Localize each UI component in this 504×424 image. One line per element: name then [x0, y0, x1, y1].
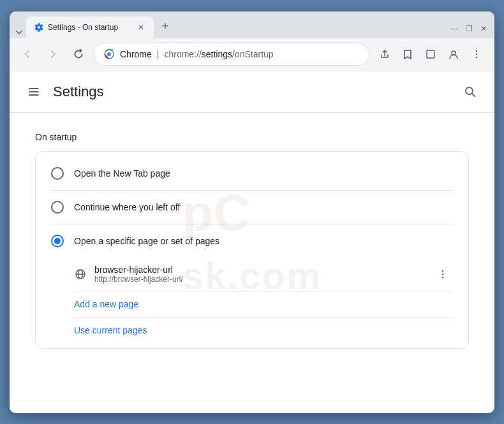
- options-card: Open the New Tab page Continue where you…: [35, 151, 469, 349]
- radio-specific-page[interactable]: [51, 235, 64, 247]
- toolbar: Chrome | chrome://settings/onStartup: [10, 38, 494, 71]
- radio-continue[interactable]: [51, 201, 64, 214]
- tab-close-button[interactable]: ✕: [136, 22, 146, 33]
- option-continue[interactable]: Continue where you left off: [36, 191, 468, 224]
- svg-point-3: [452, 51, 456, 55]
- profile-button[interactable]: [443, 44, 464, 64]
- new-tab-button[interactable]: +: [156, 18, 174, 36]
- svg-point-10: [442, 270, 444, 272]
- svg-point-4: [476, 50, 477, 52]
- svg-point-6: [476, 57, 477, 58]
- tab-title: Settings - On startup: [48, 23, 132, 32]
- share-button[interactable]: [374, 44, 395, 64]
- extensions-button[interactable]: [420, 44, 441, 64]
- browser-window: Settings - On startup ✕ + — ❐ ✕: [10, 11, 494, 413]
- url-display: chrome://settings/onStartup: [164, 48, 273, 60]
- settings-tab-icon: [34, 22, 44, 33]
- radio-new-tab[interactable]: [51, 167, 64, 180]
- svg-rect-2: [427, 50, 434, 58]
- toolbar-actions: [374, 44, 487, 64]
- back-button[interactable]: [17, 44, 38, 64]
- section-title: On startup: [35, 132, 469, 142]
- use-current-pages-button[interactable]: Use current pages: [36, 318, 468, 343]
- maximize-button[interactable]: ❐: [466, 24, 473, 33]
- sidebar-toggle-button[interactable]: [22, 80, 45, 103]
- settings-header: Settings: [10, 71, 494, 113]
- refresh-button[interactable]: [68, 44, 89, 64]
- svg-point-12: [442, 276, 444, 278]
- settings-body: On startup Open the New Tab page Continu…: [10, 113, 494, 368]
- url-separator: |: [157, 49, 159, 59]
- chrome-icon: [103, 48, 115, 60]
- svg-point-7: [466, 87, 473, 94]
- chevron-down-icon[interactable]: [15, 27, 24, 38]
- option-specific-page-label: Open a specific page or set of pages: [74, 236, 219, 246]
- search-settings-button[interactable]: [459, 80, 482, 103]
- minimize-button[interactable]: —: [450, 24, 458, 33]
- forward-button[interactable]: [43, 44, 63, 64]
- address-bar[interactable]: Chrome | chrome://settings/onStartup: [94, 43, 369, 66]
- title-bar: Settings - On startup ✕ + — ❐ ✕: [10, 11, 494, 38]
- globe-icon: [74, 268, 87, 281]
- active-tab[interactable]: Settings - On startup ✕: [26, 17, 154, 38]
- page-wrapper: pCsk.com Settings On st: [10, 71, 494, 413]
- url-item-url: http://browser-hijacker-url/: [94, 275, 425, 284]
- url-item-info: browser-hijacker-url http://browser-hija…: [94, 265, 425, 284]
- url-item-more-button[interactable]: [433, 264, 453, 284]
- radio-inner-dot: [54, 238, 61, 244]
- menu-button[interactable]: [466, 44, 487, 64]
- svg-point-5: [476, 54, 477, 55]
- close-button[interactable]: ✕: [480, 24, 487, 33]
- page-content: Settings On startup Open the New T: [10, 71, 494, 413]
- svg-point-11: [442, 273, 444, 275]
- chrome-label: Chrome: [120, 49, 152, 59]
- svg-point-1: [107, 52, 111, 56]
- bookmark-button[interactable]: [397, 44, 418, 64]
- url-item-row: browser-hijacker-url http://browser-hija…: [36, 258, 468, 291]
- add-new-page-button[interactable]: Add a new page: [36, 291, 468, 317]
- page-title: Settings: [53, 84, 459, 100]
- option-new-tab[interactable]: Open the New Tab page: [36, 157, 468, 190]
- url-item-name: browser-hijacker-url: [94, 265, 425, 275]
- option-continue-label: Continue where you left off: [74, 202, 180, 212]
- window-controls: — ❐ ✕: [450, 24, 489, 33]
- option-new-tab-label: Open the New Tab page: [74, 168, 170, 179]
- option-specific-page[interactable]: Open a specific page or set of pages: [36, 224, 468, 258]
